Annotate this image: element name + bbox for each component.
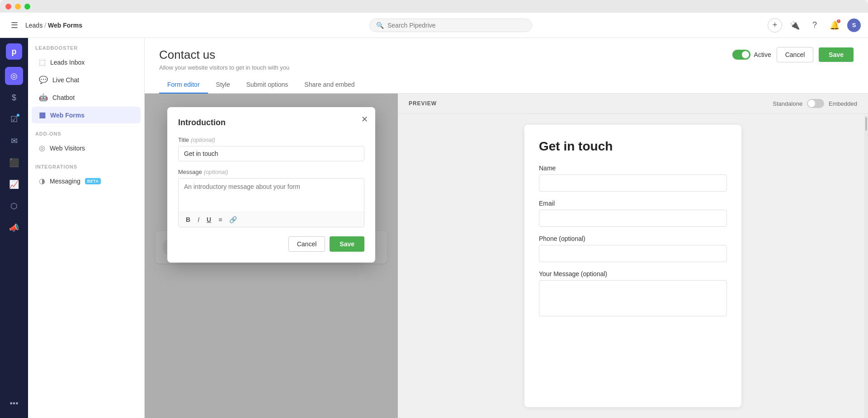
standalone-label: Standalone xyxy=(773,100,802,107)
preview-form-card: Get in touch Name Email Phone (optional) xyxy=(524,125,741,407)
page-title: Contact us xyxy=(159,48,215,62)
tab-submit-options[interactable]: Submit options xyxy=(238,76,297,94)
nav-icon-tasks[interactable]: ☑ xyxy=(5,110,23,128)
web-forms-icon: ▦ xyxy=(39,111,46,119)
sidebar-item-live-chat[interactable]: 💬 Live Chat xyxy=(32,71,141,88)
preview-message-textarea[interactable] xyxy=(539,280,727,316)
tab-style[interactable]: Style xyxy=(208,76,238,94)
tabs: Form editor Style Submit options Share a… xyxy=(159,76,854,93)
avatar[interactable]: S xyxy=(847,19,861,32)
nav-icon-campaigns[interactable]: 📣 xyxy=(5,219,23,237)
app-wrapper: ☰ Leads / Web Forms 🔍 + 🔌 ? 🔔 ! S xyxy=(0,13,868,418)
nav-icon-mail[interactable]: ✉ xyxy=(5,132,23,150)
link-button[interactable]: 🔗 xyxy=(227,215,239,224)
preview-name-input[interactable] xyxy=(539,174,727,192)
preview-toggle-group: Standalone Embedded xyxy=(773,99,857,108)
content-header-top: Contact us Active Cancel Save xyxy=(159,47,854,62)
preview-scrollbar[interactable] xyxy=(864,115,868,418)
modal-save-button[interactable]: Save xyxy=(330,236,364,252)
sidebar-item-chatbot[interactable]: 🤖 Chatbot xyxy=(32,89,141,106)
content-header: Contact us Active Cancel Save Allow your… xyxy=(145,38,868,94)
title-field-group: Title (optional) xyxy=(178,136,364,161)
sidebar-narrow: p ◎ $ ☑ ✉ ⬛ 📈 ⬡ 📣 ••• xyxy=(0,38,28,418)
preview-field-name-label: Name xyxy=(539,164,727,172)
modal-close-button[interactable]: ✕ xyxy=(361,114,368,124)
preview-header: PREVIEW Standalone Embedded xyxy=(398,94,868,114)
modal-cancel-button[interactable]: Cancel xyxy=(288,236,326,252)
editor-panel: Introduction ✕ Title (optional) Mes xyxy=(145,94,398,418)
nav-icon-more[interactable]: ••• xyxy=(5,395,23,413)
sidebar-item-messaging[interactable]: ◑ Messaging BETA xyxy=(32,173,141,189)
embedded-label: Embedded xyxy=(829,100,857,107)
traffic-light-maximize[interactable] xyxy=(24,4,30,9)
content-area: Contact us Active Cancel Save Allow your… xyxy=(145,38,868,418)
title-input[interactable] xyxy=(178,146,364,161)
sidebar-item-leads-inbox-label: Leads Inbox xyxy=(50,59,85,66)
sidebar-item-web-visitors[interactable]: ◎ Web Visitors xyxy=(32,140,141,156)
search-icon: 🔍 xyxy=(376,22,384,29)
preview-email-input[interactable] xyxy=(539,210,727,227)
topbar-center: 🔍 xyxy=(139,19,762,32)
preview-mode-toggle[interactable] xyxy=(807,99,824,108)
italic-button[interactable]: I xyxy=(196,215,201,224)
notification-dot xyxy=(17,114,19,117)
preview-label: PREVIEW xyxy=(409,100,437,107)
preview-field-name: Name xyxy=(539,164,727,192)
active-toggle[interactable] xyxy=(732,50,750,60)
preview-form-title: Get in touch xyxy=(539,139,727,154)
main-layout: p ◎ $ ☑ ✉ ⬛ 📈 ⬡ 📣 ••• LEADBOOSTER ⬚ Lead… xyxy=(0,38,868,418)
sidebar-item-web-visitors-label: Web Visitors xyxy=(50,145,85,152)
cancel-button[interactable]: Cancel xyxy=(777,47,814,62)
sidebar-item-web-forms[interactable]: ▦ Web Forms xyxy=(32,107,141,123)
preview-field-phone: Phone (optional) xyxy=(539,235,727,262)
sidebar-item-chatbot-label: Chatbot xyxy=(52,94,75,101)
sidebar-item-messaging-label: Messaging xyxy=(50,178,80,185)
topbar-right: + 🔌 ? 🔔 ! S xyxy=(768,18,861,33)
preview-panel: PREVIEW Standalone Embedded Get in touch… xyxy=(398,94,868,418)
topbar: ☰ Leads / Web Forms 🔍 + 🔌 ? 🔔 ! S xyxy=(0,13,868,38)
breadcrumb-separator: / xyxy=(44,22,46,29)
sidebar-item-web-forms-label: Web Forms xyxy=(50,112,85,119)
scrollbar-thumb xyxy=(865,117,867,131)
chatbot-icon: 🤖 xyxy=(39,93,48,102)
breadcrumb-parent[interactable]: Leads xyxy=(25,22,42,29)
tab-share-embed[interactable]: Share and embed xyxy=(296,76,363,94)
live-chat-icon: 💬 xyxy=(39,75,48,84)
nav-icon-deals[interactable]: $ xyxy=(5,89,23,107)
notification-button[interactable]: 🔔 ! xyxy=(827,18,842,33)
leadbooster-section-label: LEADBOOSTER xyxy=(28,38,144,53)
beta-badge: BETA xyxy=(85,178,101,184)
nav-icon-calendar[interactable]: ⬛ xyxy=(5,154,23,172)
hamburger-menu-button[interactable]: ☰ xyxy=(7,18,22,33)
active-toggle-label: Active xyxy=(754,51,771,58)
preview-field-message-label: Your Message (optional) xyxy=(539,270,727,277)
preview-field-email-label: Email xyxy=(539,200,727,207)
nav-icon-reports[interactable]: 📈 xyxy=(5,175,23,193)
save-button[interactable]: Save xyxy=(819,47,854,62)
app-logo[interactable]: p xyxy=(6,43,22,60)
tab-form-editor[interactable]: Form editor xyxy=(159,76,208,94)
textarea-toolbar: B I U ≡ 🔗 xyxy=(179,212,364,227)
messaging-icon: ◑ xyxy=(39,177,45,185)
title-field-label: Title (optional) xyxy=(178,136,364,143)
nav-icon-products[interactable]: ⬡ xyxy=(5,197,23,215)
preview-phone-input[interactable] xyxy=(539,245,727,262)
extensions-button[interactable]: 🔌 xyxy=(788,18,802,33)
underline-button[interactable]: U xyxy=(205,215,213,224)
list-button[interactable]: ≡ xyxy=(217,215,224,224)
bold-button[interactable]: B xyxy=(184,215,192,224)
breadcrumb: Leads / Web Forms xyxy=(25,22,82,29)
sidebar-wide: LEADBOOSTER ⬚ Leads Inbox 💬 Live Chat 🤖 … xyxy=(28,38,145,418)
leads-inbox-icon: ⬚ xyxy=(39,58,46,66)
traffic-light-close[interactable] xyxy=(5,4,11,9)
add-button[interactable]: + xyxy=(768,18,782,33)
preview-field-phone-label: Phone (optional) xyxy=(539,235,727,242)
search-input[interactable] xyxy=(387,22,514,29)
nav-icon-leads[interactable]: ◎ xyxy=(5,67,23,85)
message-textarea[interactable] xyxy=(179,178,364,210)
search-bar: 🔍 xyxy=(369,19,532,32)
help-button[interactable]: ? xyxy=(807,18,822,33)
sidebar-item-leads-inbox[interactable]: ⬚ Leads Inbox xyxy=(32,54,141,70)
traffic-light-minimize[interactable] xyxy=(15,4,21,9)
modal-actions: Cancel Save xyxy=(178,236,364,252)
